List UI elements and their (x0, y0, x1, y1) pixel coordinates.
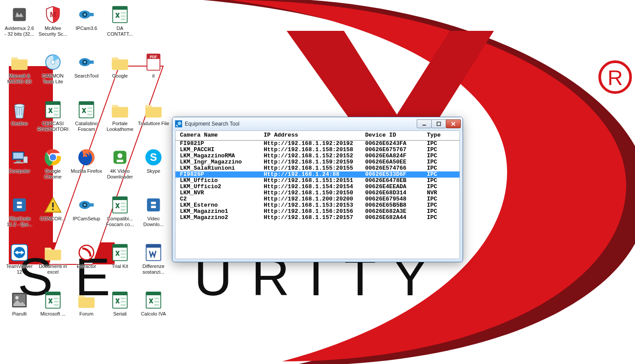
catalistino-icon-glyph (76, 100, 97, 120)
ipcam36-icon[interactable]: IPCam3.6 (70, 4, 103, 48)
it-icon-label: it (151, 73, 156, 79)
titlebar[interactable]: Equipment Search Tool (172, 117, 463, 130)
table-row[interactable]: LKM_Ingr_MagazzinoHttp://192.168.1.159:2… (176, 159, 459, 165)
cell-type: IPC (422, 159, 459, 165)
minimize-button[interactable] (417, 119, 432, 128)
portale-look-icon[interactable]: Portale Lookathome (103, 100, 137, 144)
it-icon[interactable]: it (137, 52, 170, 96)
video-downlo-icon[interactable]: Video Downlo... (137, 195, 170, 239)
col-device-id[interactable]: Device ID (361, 131, 422, 141)
microsoft-icon-label: Microsoft ... (40, 311, 67, 317)
equipment-search-tool-window[interactable]: Equipment Search Tool Camera Name IP Add… (172, 117, 463, 262)
table-row[interactable]: C2Http://192.168.1.200:2020000626E679548… (176, 196, 459, 202)
forum-icon[interactable]: Forum (70, 290, 103, 334)
tbarcode-icon[interactable]: TBarCode 11.2 - Qui... (3, 195, 36, 239)
concor-icon[interactable]: CONCOR... (36, 195, 70, 239)
manuali-sd-icon-glyph (9, 52, 30, 72)
skype-icon[interactable]: Skype (137, 147, 170, 191)
teamviewer-icon[interactable]: TeamViewer 12 (3, 242, 36, 286)
table-row[interactable]: LKM_UfficioHttp://192.168.1.151:20151006… (176, 178, 459, 184)
estractor-icon[interactable]: Estractor (70, 242, 103, 286)
seriali-icon[interactable]: Seriali (103, 290, 137, 334)
cell-device-id: 00626E65B5B8 (361, 202, 422, 208)
table-row[interactable]: LKM_Ufficio2Http://192.168.1.154:2015400… (176, 184, 459, 190)
table-row[interactable]: LKM_SalaRiunioniHttp://192.168.1.155:201… (176, 165, 459, 171)
cell-ip-address: Http://192.168.1.150:20150 (259, 190, 361, 196)
table-row[interactable]: FI9826PHttp://192.168.1.24:8800626E533D6… (176, 171, 459, 178)
cell-type: IPC (422, 178, 459, 184)
firefox-icon[interactable]: Mozilla Firefox (70, 147, 103, 191)
catalistino-icon[interactable]: Catalistino Foscam (70, 100, 103, 144)
tbarcode-icon-label: TBarCode 11.2 - Qui... (3, 216, 36, 227)
chrome-icon-label: Google Chrome (36, 168, 70, 180)
avidemux-icon[interactable]: Avidemux 2.6 - 32 bits (32... (3, 4, 36, 48)
camera-table[interactable]: Camera Name IP Address Device ID Type FI… (176, 131, 459, 221)
4kvideo-icon[interactable]: 4K Video Downloader (103, 147, 137, 191)
table-row[interactable]: LKM_Magazzino2Http://192.168.1.157:20157… (176, 215, 459, 221)
cell-camera-name: FI9821P (176, 141, 259, 147)
cell-device-id: 00626E574766 (361, 165, 422, 171)
calcolo-iva-icon[interactable]: Calcolo IVA (137, 290, 170, 334)
trial-kit-icon[interactable]: Trial Kit (103, 242, 137, 286)
cell-ip-address: Http://192.168.1.24:88 (259, 171, 361, 178)
col-ip-address[interactable]: IP Address (259, 131, 361, 141)
table-row[interactable]: LKM_EsternoHttp://192.168.1.153:20153006… (176, 202, 459, 208)
maximize-button[interactable] (431, 119, 446, 128)
piarulli-icon[interactable]: Piarulli (3, 290, 36, 334)
cell-type: IPC (422, 208, 459, 215)
documenti-excel-icon[interactable]: Documenti in excel (36, 242, 70, 286)
window-title: Equipment Search Tool (185, 121, 417, 127)
cell-ip-address: Http://192.168.1.159:20159 (259, 159, 361, 165)
google-folder-icon[interactable]: Google (103, 52, 137, 96)
skype-icon-glyph (143, 147, 164, 167)
col-type[interactable]: Type (422, 131, 459, 141)
documenti-excel-icon-glyph (43, 242, 63, 263)
table-row[interactable]: LKM_Magazzino1Http://192.168.1.156:20156… (176, 208, 459, 215)
chrome-icon[interactable]: Google Chrome (36, 147, 70, 191)
cercasi-riv-icon-glyph (43, 100, 63, 120)
microsoft-icon[interactable]: Microsoft ... (36, 290, 70, 334)
table-row[interactable]: LKM_PACCHIHttp://192.168.1.158:201580062… (176, 147, 459, 153)
col-camera-name[interactable]: Camera Name (176, 131, 259, 141)
cestino-icon-glyph (9, 100, 30, 120)
computer-icon[interactable]: Computer (3, 147, 36, 191)
table-row[interactable]: LKM_NVRHttp://192.168.1.150:2015000626E6… (176, 190, 459, 196)
close-button[interactable] (446, 119, 461, 128)
table-row[interactable]: FI9821PHttp://192.168.1.192:2019200626E6… (176, 141, 459, 147)
cell-ip-address: Http://192.168.1.154:20154 (259, 184, 361, 190)
app-icon (175, 120, 182, 127)
avidemux-icon-label: Avidemux 2.6 - 32 bits (32... (3, 26, 36, 37)
cell-device-id: 00626E6478EB (361, 178, 422, 184)
search-tool-icon[interactable]: SearchTool (70, 52, 103, 96)
cell-ip-address: Http://192.168.1.158:20158 (259, 147, 361, 153)
da-contatt-icon[interactable]: DA CONTATT... (103, 4, 137, 48)
ipcamsetup-icon[interactable]: IPCamSetup (70, 195, 103, 239)
cell-type: IPC (422, 215, 459, 221)
daemon-tools-icon[interactable]: DAEMON Tools Lite (36, 52, 70, 96)
cell-type: IPC (422, 202, 459, 208)
manuali-sd-icon[interactable]: Manuali & MICRO SD (3, 52, 36, 96)
4kvideo-icon-glyph (110, 147, 130, 167)
cell-camera-name: LKM_Magazzino2 (176, 215, 259, 221)
piarulli-icon-glyph (9, 290, 30, 310)
cercasi-riv-icon[interactable]: CERCASI RIVENDITORI (36, 100, 70, 144)
traduttore-file-icon-glyph (143, 100, 164, 120)
cestino-icon-label: Cestino (10, 121, 28, 126)
firefox-icon-label: Mozilla Firefox (70, 168, 103, 174)
differenze-icon[interactable]: Differenze sostanzi... (137, 242, 170, 286)
concor-icon-label: CONCOR... (39, 216, 67, 222)
da-contatt-icon-label: DA CONTATT... (103, 26, 137, 37)
microsoft-icon-glyph (43, 290, 63, 310)
mcafee-icon[interactable]: McAfee Security Sc... (36, 4, 70, 48)
cestino-icon[interactable]: Cestino (3, 100, 36, 144)
cell-ip-address: Http://192.168.1.151:20151 (259, 178, 361, 184)
compatibi-icon[interactable]: Compatibi... Foscam co... (103, 195, 137, 239)
4kvideo-icon-label: 4K Video Downloader (103, 168, 137, 180)
table-row[interactable]: LKM_MagazzinoRMAHttp://192.168.1.152:201… (176, 153, 459, 159)
cell-device-id: 00626E6243FA (361, 141, 422, 147)
traduttore-file-icon[interactable]: Traduttore File (137, 100, 170, 144)
cell-camera-name: LKM_Magazzino1 (176, 208, 259, 215)
trial-kit-icon-glyph (110, 242, 130, 263)
cell-device-id: 00626E4EEADA (361, 184, 422, 190)
ipcamsetup-icon-glyph (76, 195, 97, 215)
